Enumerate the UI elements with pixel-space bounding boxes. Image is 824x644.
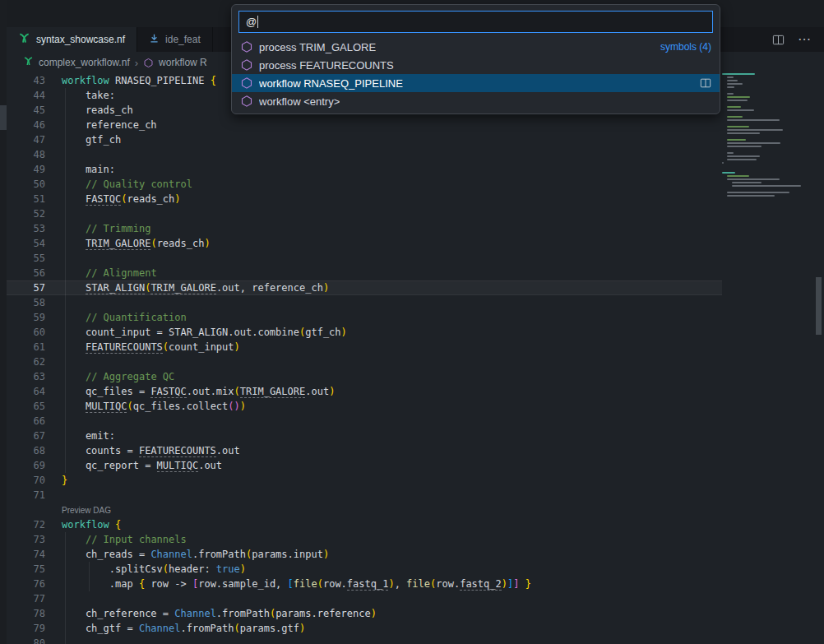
line-number: 45 <box>7 103 45 118</box>
symbol-icon <box>240 40 253 53</box>
code-line[interactable]: 53 // Trimming <box>7 221 722 236</box>
line-number: 48 <box>7 147 45 162</box>
line-number: 56 <box>7 266 45 280</box>
line-number: 76 <box>7 577 45 591</box>
editor[interactable]: 43workflow RNASEQ_PIPELINE {44 take:45 r… <box>7 73 824 644</box>
code-line[interactable]: 65 MULTIQC(qc_files.collect()) <box>7 399 722 414</box>
palette-item[interactable]: workflow RNASEQ_PIPELINE <box>232 74 720 92</box>
tab-strip: syntax_showcase.nf ide_feat <box>7 27 213 52</box>
code-line[interactable]: 58 <box>7 295 722 310</box>
tab-ide-features[interactable]: ide_feat <box>137 27 213 52</box>
tab-syntax-showcase[interactable]: syntax_showcase.nf <box>7 27 137 52</box>
line-number: 52 <box>7 206 45 221</box>
editor-actions: ⋯ <box>772 27 824 52</box>
palette-item[interactable]: process TRIM_GALOREsymbols (4) <box>232 38 720 56</box>
symbols-count-badge: symbols (4) <box>660 41 711 53</box>
indent-guide <box>65 147 66 162</box>
code-line[interactable]: 56 // Alignment <box>7 266 722 280</box>
indent-guide <box>65 206 66 221</box>
code-line[interactable]: 64 qc_files = FASTQC.out.mix(TRIM_GALORE… <box>7 384 722 399</box>
download-arrow-icon <box>149 33 160 46</box>
code-line[interactable]: 66 <box>7 414 722 429</box>
line-number: 77 <box>7 591 45 606</box>
minimap-content <box>722 73 796 200</box>
indent-guide <box>65 636 66 644</box>
line-number: 63 <box>7 369 45 384</box>
vertical-scrollbar[interactable] <box>812 73 824 644</box>
line-number: 55 <box>7 251 45 266</box>
line-number: 66 <box>7 414 45 429</box>
indent-guide <box>65 591 66 606</box>
tab-label: syntax_showcase.nf <box>36 34 125 45</box>
code-line[interactable]: 68 counts = FEATURECOUNTS.out <box>7 443 722 458</box>
quick-open-input[interactable]: @ <box>238 11 713 33</box>
scrollbar-thumb[interactable] <box>816 277 822 335</box>
code-line[interactable]: 70} <box>7 473 722 488</box>
line-number: 46 <box>7 118 45 132</box>
line-number: 54 <box>7 236 45 251</box>
line-number: 75 <box>7 562 45 577</box>
indent-guide <box>65 251 66 266</box>
code-line[interactable]: 77 <box>7 591 722 606</box>
code-line[interactable]: 67 emit: <box>7 429 722 443</box>
palette-list: process TRIM_GALOREsymbols (4)process FE… <box>232 38 720 110</box>
line-number: 43 <box>7 73 45 88</box>
left-sash[interactable] <box>0 0 7 644</box>
line-number: 57 <box>7 280 45 295</box>
line-number: 69 <box>7 458 45 473</box>
code-line[interactable]: 52 <box>7 206 722 221</box>
code-line[interactable]: 73 // Input channels <box>7 532 722 547</box>
code-line[interactable]: 80 <box>7 636 722 644</box>
line-number: 67 <box>7 429 45 443</box>
code-line[interactable]: 69 qc_report = MULTIQC.out <box>7 458 722 473</box>
code-line[interactable]: 51 FASTQC(reads_ch) <box>7 192 722 206</box>
code-line[interactable]: 54 TRIM_GALORE(reads_ch) <box>7 236 722 251</box>
code-line[interactable]: 76 .map { row -> [row.sample_id, [file(r… <box>7 577 722 591</box>
code-line[interactable]: 55 <box>7 251 722 266</box>
symbol-icon <box>240 58 253 72</box>
line-number: 74 <box>7 547 45 562</box>
code-line[interactable]: 61 FEATURECOUNTS(count_input) <box>7 340 722 354</box>
code-line[interactable]: 60 count_input = STAR_ALIGN.out.combine(… <box>7 325 722 340</box>
line-number: 49 <box>7 162 45 177</box>
code-line[interactable]: 72workflow { <box>7 517 722 532</box>
breadcrumb-symbol[interactable]: workflow R <box>159 57 207 68</box>
more-actions-icon[interactable]: ⋯ <box>798 33 811 46</box>
palette-item[interactable]: workflow <entry> <box>232 92 720 110</box>
minimap[interactable] <box>722 73 796 644</box>
code-line[interactable]: 46 reference_ch <box>7 118 722 132</box>
code-lines: 43workflow RNASEQ_PIPELINE {44 take:45 r… <box>7 73 722 644</box>
code-line[interactable]: 49 main: <box>7 162 722 177</box>
line-number: 60 <box>7 325 45 340</box>
line-number: 50 <box>7 177 45 192</box>
codelens-row[interactable]: Preview DAG <box>7 503 722 517</box>
code-line[interactable]: 74 ch_reads = Channel.fromPath(params.in… <box>7 547 722 562</box>
line-number: 70 <box>7 473 45 488</box>
code-line[interactable]: 50 // Quality control <box>7 177 722 192</box>
code-line[interactable]: 79 ch_gtf = Channel.fromPath(params.gtf) <box>7 621 722 636</box>
code-line[interactable]: 47 gtf_ch <box>7 132 722 147</box>
breadcrumb-file[interactable]: complex_workflow.nf <box>39 57 130 68</box>
code-line[interactable]: 48 <box>7 147 722 162</box>
palette-item[interactable]: process FEATURECOUNTS <box>232 56 720 74</box>
code-line[interactable]: 62 <box>7 354 722 369</box>
nextflow-icon <box>23 56 34 69</box>
left-sash-handle[interactable] <box>0 105 7 130</box>
code-line[interactable]: 59 // Quantification <box>7 310 722 325</box>
code-line[interactable]: 78 ch_reference = Channel.fromPath(param… <box>7 606 722 621</box>
line-number: 53 <box>7 221 45 236</box>
split-editor-icon[interactable] <box>772 34 785 46</box>
open-to-side-icon[interactable] <box>700 77 711 89</box>
quick-open-palette: @ process TRIM_GALOREsymbols (4)process … <box>231 4 720 114</box>
code-line[interactable]: 57 STAR_ALIGN(TRIM_GALORE.out, reference… <box>7 280 722 295</box>
line-number: 65 <box>7 399 45 414</box>
line-number: 68 <box>7 443 45 458</box>
code-line[interactable]: 63 // Aggregate QC <box>7 369 722 384</box>
palette-item-label: process TRIM_GALORE <box>259 41 376 53</box>
code-line[interactable]: 75 .splitCsv(header: true) <box>7 562 722 577</box>
code-line[interactable]: 71 <box>7 488 722 503</box>
indent-guide <box>65 414 66 429</box>
symbol-icon <box>143 58 154 68</box>
symbol-icon <box>240 76 253 90</box>
codelens-link[interactable]: Preview DAG <box>62 506 111 515</box>
